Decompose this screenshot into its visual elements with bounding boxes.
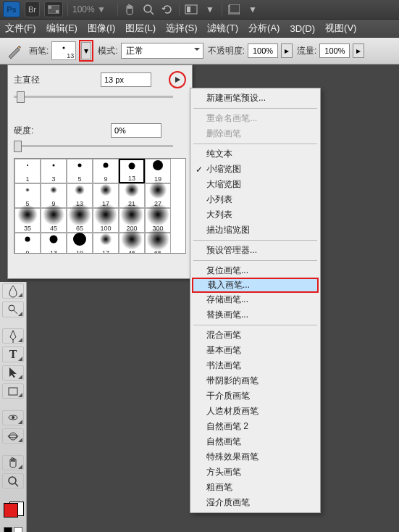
menu-item[interactable]: 新建画笔预设... [192,91,319,106]
menu-item[interactable]: 自然画笔 [192,434,319,449]
brush-preview[interactable]: 13 [51,41,76,60]
brush-preset-cell[interactable]: 9 [14,233,41,254]
ps-logo: Ps [3,1,20,17]
brush-preset-size: 13 [128,175,135,182]
menu-item[interactable]: 干介质画笔 [192,388,319,404]
screen-mode-icon[interactable] [184,2,198,17]
menu-item[interactable]: 基本画笔 [192,343,319,358]
brush-preset-cell[interactable]: 19 [67,233,93,254]
flow-input[interactable]: 100% [319,43,350,58]
brush-picker-dropdown[interactable]: ▾ [81,42,91,59]
menu-item[interactable]: 人造材质画笔 [192,404,319,419]
menu-item[interactable]: 湿介质画笔 [192,495,319,510]
brush-preset-cell[interactable]: 13 [119,159,145,183]
current-tool-icon[interactable] [4,41,25,61]
menu-item[interactable]: 带阴影的画笔 [192,373,319,388]
menu-item[interactable]: 载入画笔... [192,278,319,293]
diameter-input[interactable]: 13 px [101,72,151,87]
brush-preset-cell[interactable]: 100 [93,208,119,233]
menu-layer[interactable]: 图层(L) [120,20,161,37]
brush-preset-cell[interactable]: 35 [14,208,41,233]
menu-select[interactable]: 选择(S) [161,20,202,37]
menu-item[interactable]: 大列表 [192,207,319,223]
mode-select[interactable]: 正常 [121,43,203,59]
menu-analysis[interactable]: 分析(A) [243,20,285,37]
opacity-input[interactable]: 100% [248,43,278,58]
menu-item[interactable]: 特殊效果画笔 [192,449,319,465]
tool-zoom[interactable] [2,473,24,489]
menu-item[interactable]: 混合画笔 [192,328,319,343]
tool-type[interactable]: T [2,346,24,362]
diameter-slider[interactable] [14,91,173,101]
menu-separator [193,260,317,261]
menu-item[interactable]: 小列表 [192,192,319,207]
separator [67,3,68,16]
bridge-button[interactable]: Br [25,1,40,17]
brush-preset-cell[interactable]: 19 [145,159,171,183]
svg-rect-6 [187,7,190,12]
mode-label: 模式: [98,45,117,57]
hardness-input[interactable]: 0% [111,123,161,138]
menu-item[interactable]: 粗画笔 [192,480,319,495]
screen-mode-dd-icon[interactable]: ▼ [203,2,217,17]
menu-file[interactable]: 文件(F) [0,20,41,37]
foreground-color[interactable] [4,503,18,518]
brush-preset-cell[interactable]: 3 [41,159,67,183]
flow-dropdown[interactable]: ▸ [353,43,364,58]
zoom-tool-icon[interactable] [141,2,156,17]
color-swatches[interactable] [2,503,24,516]
brush-preset-cell[interactable]: 65 [145,233,171,254]
menu-image[interactable]: 图像(I) [83,20,120,37]
toolbox: T [0,282,27,532]
minibridge-button[interactable] [44,1,63,17]
menu-item[interactable]: 存储画笔... [192,292,319,307]
brush-preset-cell[interactable]: 13 [41,233,67,254]
flyout-button[interactable] [172,74,183,86]
menu-view[interactable]: 视图(V) [320,20,361,37]
brush-preset-cell[interactable]: 1 [14,159,41,183]
opacity-dropdown[interactable]: ▸ [281,43,293,58]
menu-item-label: 粗画笔 [206,481,232,494]
menu-item[interactable]: 书法画笔 [192,358,319,373]
tool-dodge[interactable] [2,302,24,317]
menu-item[interactable]: 描边缩览图 [192,223,319,238]
tool-3d-rotate[interactable] [2,410,24,425]
tool-hand[interactable] [2,455,24,470]
brush-preset-cell[interactable]: 5 [67,159,93,183]
brush-preset-grid[interactable]: 1359131959131721273545651002003009131917… [14,158,186,254]
tool-shape[interactable] [2,383,24,399]
quick-mask-toggle[interactable] [4,527,22,532]
menu-item[interactable]: 纯文本 [192,146,319,162]
menu-item[interactable]: 预设管理器... [192,243,319,258]
hardness-slider[interactable] [14,141,173,151]
arrange-docs-icon[interactable] [227,2,241,17]
brush-picker-dropdown-highlight: ▾ [79,40,93,62]
tool-blur[interactable] [2,283,24,299]
menu-item[interactable]: ✓小缩览图 [192,162,319,177]
brush-preset-cell[interactable]: 45 [119,233,145,254]
menu-item[interactable]: 自然画笔 2 [192,419,319,434]
brush-preset-cell[interactable]: 9 [93,159,119,183]
menu-separator [193,144,317,144]
menu-item[interactable]: 替换画笔... [192,307,319,323]
menu-item-label: 重命名画笔... [206,112,257,125]
menu-item[interactable]: 方头画笔 [192,465,319,480]
arrange-docs-dd-icon[interactable]: ▼ [245,2,260,17]
check-icon: ✓ [196,165,203,175]
options-bar: 画笔: 13 ▾ 模式: 正常 不透明度: 100% ▸ 流量: 100% ▸ [0,38,399,65]
tool-3d-orbit[interactable] [2,428,24,444]
hand-tool-icon[interactable] [122,2,137,17]
svg-marker-13 [9,367,17,378]
menu-3d[interactable]: 3D(D) [285,20,320,37]
rotate-view-icon[interactable] [160,2,175,17]
menu-filter[interactable]: 滤镜(T) [202,20,243,37]
zoom-dropdown[interactable]: 100% ▼ [72,4,113,14]
brush-preset-cell[interactable]: 45 [41,208,67,233]
brush-preset-cell[interactable]: 17 [93,233,119,254]
tool-pen[interactable] [2,328,24,344]
menu-edit[interactable]: 编辑(E) [41,20,83,37]
menu-item[interactable]: 复位画笔... [192,263,319,278]
tool-path-select[interactable] [2,365,24,381]
brush-preset-cell[interactable]: 65 [67,208,93,233]
menu-item[interactable]: 大缩览图 [192,177,319,192]
